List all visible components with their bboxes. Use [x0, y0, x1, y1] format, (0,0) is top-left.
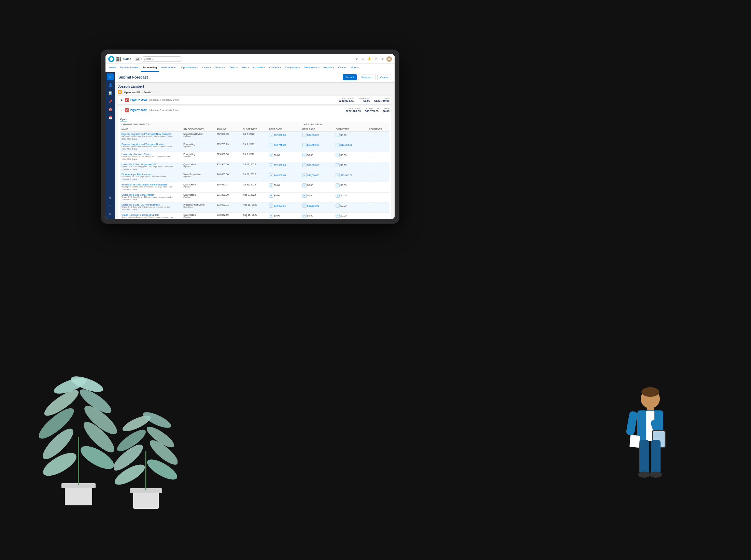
nav-akoenu-setup[interactable]: Akoenu Setup [159, 64, 179, 72]
best-case-sub-arrow-button[interactable]: → [302, 183, 307, 187]
nav-campaigns[interactable]: Campaigns ▾ [283, 64, 301, 72]
committed-arrow-button[interactable]: → [336, 204, 340, 208]
sidebar-icon-chart[interactable]: 📊 [107, 90, 114, 97]
committed-arrow-button[interactable]: → [336, 173, 340, 177]
chevron-down-icon: ▾ [248, 66, 249, 69]
committed-arrow-button[interactable]: → [336, 183, 340, 187]
nav-tasks[interactable]: Tasks ▾ [228, 64, 239, 72]
row-more-button[interactable]: ⋮ [369, 143, 373, 147]
nav-groups[interactable]: Groups ▾ [213, 64, 227, 72]
row-more-button[interactable]: ⋮ [369, 194, 373, 198]
best-case-sub-arrow-button[interactable]: → [302, 133, 307, 137]
committed-arrow-button[interactable]: → [336, 143, 340, 147]
row-more-button[interactable]: ⋮ [369, 214, 373, 218]
best-case-arrow-button[interactable]: → [269, 143, 273, 147]
best-case-arrow-button[interactable]: → [269, 153, 273, 157]
opportunity-name-link[interactable]: Express Logistics and Transport Update [122, 143, 181, 145]
sidebar-icon-home[interactable]: ⌂ [107, 73, 114, 80]
row-more-button[interactable]: ⋮ [369, 163, 373, 167]
nav-pipeline-review[interactable]: Pipeline Review [118, 64, 140, 72]
row-more-button[interactable]: ⋮ [369, 173, 373, 177]
row-more-button[interactable]: ⋮ [369, 204, 373, 208]
opportunity-name-link[interactable]: Grand Hotels & Resorts Ltd Update [122, 214, 181, 216]
best-case-arrow-button[interactable]: → [269, 173, 273, 177]
bell-icon[interactable]: 🔔 [367, 57, 372, 61]
fq2-expand-button[interactable]: ▶ [120, 98, 124, 102]
grid-dot [120, 60, 121, 61]
best-case-arrow-button[interactable]: → [269, 214, 273, 218]
best-case-sub-arrow-button[interactable]: → [302, 153, 307, 157]
sidebar-icon-user[interactable]: 👤 [107, 82, 114, 88]
cell-close-date: Aug 8, 2022 [241, 192, 268, 202]
sidebar-icon-config[interactable]: ⚙ [107, 211, 114, 218]
row-more-button[interactable]: ⋮ [369, 133, 373, 137]
row-more-button[interactable]: ⋮ [369, 153, 373, 157]
table-row: United Oil & Gas, UK New Business United… [120, 202, 389, 213]
committed-arrow-button[interactable]: → [336, 153, 340, 157]
committed-arrow-button[interactable]: → [336, 194, 340, 198]
opportunity-name-link[interactable]: Dickenson plc Maintenance [122, 173, 181, 176]
home-icon[interactable]: ⌂ [360, 57, 365, 61]
row-more-button[interactable]: ⋮ [369, 183, 373, 187]
nav-contacts[interactable]: Contacts ▾ [268, 64, 283, 72]
cancel-button[interactable]: Cancel [377, 74, 391, 80]
best-case-arrow-button[interactable]: → [269, 194, 273, 198]
committed-arrow-button[interactable]: → [336, 214, 340, 218]
opportunity-name-link[interactable]: United Oil & Gas Corp. Project [122, 194, 181, 196]
best-case-value: $0.00 [274, 214, 280, 217]
best-case-arrow-button[interactable]: → [269, 133, 273, 137]
best-case-sub-arrow-button[interactable]: → [302, 173, 307, 177]
opportunity-name-link[interactable]: Burlington Textiles Corp of America Upda… [122, 183, 181, 186]
app-launcher-icon[interactable] [116, 57, 121, 61]
nav-reports[interactable]: Reports ▾ [322, 64, 336, 72]
nav-dashboards[interactable]: Dashboards ▾ [302, 64, 321, 72]
sidebar-icon-help[interactable]: ? [107, 202, 114, 209]
chevron-down-icon: ▾ [333, 66, 334, 69]
best-case-value: $33,601.01 [274, 205, 286, 207]
best-case-sub-arrow-button[interactable]: → [302, 143, 307, 147]
help-icon[interactable]: ? [373, 57, 378, 61]
cell-comments: ⋮ [368, 132, 389, 142]
search-scope-select[interactable]: All [135, 57, 140, 61]
sidebar-icon-calendar[interactable]: 📅 [107, 114, 114, 121]
opportunity-detail: University of Arizona · 94 days open · J… [122, 155, 181, 161]
sidebar-icon-target[interactable]: 🎯 [107, 106, 114, 113]
grid-dot [116, 60, 118, 61]
committed-arrow-button[interactable]: → [336, 163, 340, 167]
best-case-sub-arrow-button[interactable]: → [302, 214, 307, 218]
nav-chatter[interactable]: Chatter [337, 64, 349, 72]
best-case-arrow-button[interactable]: → [269, 183, 273, 187]
stage-label: Proposal/Price Quote [183, 204, 214, 206]
setup-icon[interactable]: ⚙ [354, 57, 359, 61]
opportunity-name-link[interactable]: United Oil & Gas, UK New Business [122, 204, 181, 206]
best-case-sub-arrow-button[interactable]: → [302, 204, 307, 208]
best-case-sub-arrow-button[interactable]: → [302, 194, 307, 198]
grid-dot [118, 58, 119, 60]
nav-accounts[interactable]: Accounts ▾ [251, 64, 267, 72]
fq3-expand-button[interactable]: ▼ [120, 109, 124, 112]
opportunity-name-link[interactable]: University of Arizona Power [122, 153, 181, 155]
nav-forecasting[interactable]: Forecasting [141, 64, 159, 72]
user-avatar[interactable]: JL [386, 56, 392, 62]
sidebar-icon-pin[interactable]: 📌 [107, 98, 114, 105]
nav-home[interactable]: Home [108, 64, 118, 72]
nav-leads[interactable]: Leads ▾ [201, 64, 213, 72]
best-case-arrow-button[interactable]: → [269, 163, 273, 167]
nav-more[interactable]: More ▾ [349, 64, 360, 72]
opportunity-name-link[interactable]: United Oil & Gas, Singapore 2021 [122, 163, 181, 166]
save-as-button[interactable]: Save as... [358, 74, 376, 80]
sidebar-icon-settings[interactable]: ⚙ [107, 194, 114, 201]
fq3-best-case-value: $222,328.59 [345, 110, 361, 113]
submit-button[interactable]: Submit [343, 74, 357, 80]
best-case-arrow-button[interactable]: → [269, 204, 273, 208]
settings-icon[interactable]: ⚙ [380, 57, 385, 61]
committed-arrow-button[interactable]: → [336, 133, 340, 137]
fq2-committed-col: COMMITTED $0.00 [358, 97, 370, 102]
best-case-sub-arrow-button[interactable]: → [302, 163, 307, 167]
grid-dot [120, 58, 121, 60]
search-input[interactable] [141, 56, 182, 62]
cell-committed: → $0.00 [334, 162, 368, 172]
nav-files[interactable]: Files ▾ [240, 64, 251, 72]
nav-opportunities[interactable]: Opportunities ▾ [180, 64, 200, 72]
opportunity-name-link[interactable]: Express Logistics and Transport New Busi… [122, 133, 181, 135]
